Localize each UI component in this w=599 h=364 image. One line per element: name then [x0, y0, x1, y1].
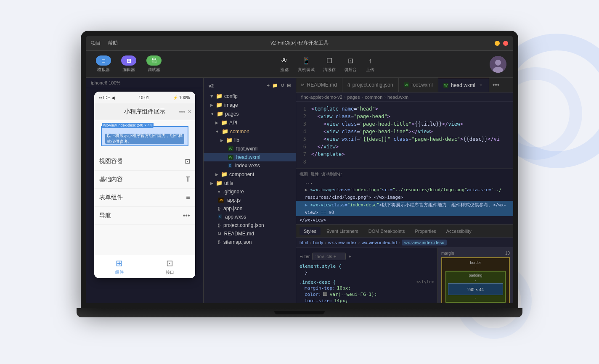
tree-folder-api[interactable]: ▶ 📁 API [204, 118, 296, 127]
tree-file-app-wxss[interactable]: S app.wxss [204, 213, 296, 221]
phone-status-bar: ▪▪ IDE ◀ 10:01 ⚡ 100% [94, 92, 195, 103]
box-model-padding-row: - [448, 278, 503, 282]
upload-action[interactable]: ↑ 上传 [365, 56, 375, 73]
preview-action[interactable]: 👁 预览 [279, 56, 289, 73]
line-num-8: 8 [296, 158, 311, 166]
chevron-icon: ▶ [215, 121, 218, 125]
file-tree-root: v2 [209, 83, 214, 88]
tree-file-index-wxss[interactable]: S index.wxss [204, 161, 296, 170]
padding-bottom-val: - [475, 296, 476, 300]
pill-sep-4: › [398, 240, 400, 245]
code-line-2: 2 <view class="page-head"> [296, 113, 513, 120]
new-file-icon[interactable]: + [267, 83, 270, 88]
tree-file-foot-wxml[interactable]: W foot.wxml [204, 145, 296, 153]
margin-value: 10 [505, 251, 510, 256]
prop-name-fontsize: font-size: [305, 298, 332, 303]
simulate-button[interactable]: □ 模拟器 [93, 54, 114, 74]
upload-icon: ↑ [365, 56, 375, 66]
user-avatar[interactable] [490, 56, 506, 73]
tree-file-app-js[interactable]: JS app.js [204, 196, 296, 204]
nav-section-icon: ••• [183, 212, 190, 219]
element-pill-body[interactable]: body [313, 240, 323, 245]
code-editor[interactable]: 1 <template name="head"> 2 <view class="… [296, 102, 513, 169]
tree-folder-lib[interactable]: ▶ 📁 lib [204, 136, 296, 145]
clearcache-label: 清缓存 [323, 67, 336, 73]
phone-nav-api[interactable]: ⊡ 接口 [145, 255, 195, 278]
tab-foot-wxml[interactable]: W foot.wxml [399, 78, 438, 92]
realtest-action[interactable]: 📱 真机调试 [298, 56, 315, 73]
line-content-7: </template> [311, 150, 513, 158]
phone-section-nav-title: 导航 ••• [99, 212, 190, 219]
tab-project-config[interactable]: {} project.config.json [342, 78, 399, 92]
tree-file-app-json[interactable]: {} app.json [204, 204, 296, 213]
debug-button[interactable]: 出 调试器 [143, 54, 165, 74]
phone-close-icon[interactable]: × [188, 108, 191, 116]
new-folder-icon[interactable]: 📁 [272, 83, 278, 88]
tab-readme[interactable]: M README.md [296, 78, 342, 92]
tree-file-sitemap[interactable]: {} sitemap.json [204, 238, 296, 246]
element-pill-wxview-index[interactable]: wx-view.index [328, 240, 357, 245]
collapse-icon[interactable]: ⊟ [287, 83, 291, 88]
tree-file-gitignore[interactable]: ● .gitignore [204, 187, 296, 196]
box-model-header: margin 10 [441, 251, 510, 256]
accessibility-tab[interactable]: Accessibility [442, 227, 476, 235]
padding-val: - [475, 278, 476, 282]
phone-more-icon[interactable]: ••• [179, 108, 185, 115]
element-pill-wxview-hd[interactable]: wx-view.index-hd [362, 240, 397, 245]
element-pill-wxview-desc[interactable]: wx-view.index-desc [402, 240, 447, 245]
event-listeners-tab[interactable]: Event Listeners [322, 227, 363, 235]
index-desc-section: .index-desc { <style> margin-top: 10px; … [296, 278, 437, 303]
properties-tab[interactable]: Properties [411, 227, 440, 235]
menu-item-help[interactable]: 帮助 [108, 40, 118, 47]
preview-label: 预览 [280, 67, 289, 73]
phone-section-form[interactable]: 表单组件 ≡ [94, 189, 195, 207]
line-content-1: <template name="head"> [311, 105, 513, 113]
phone-content: wx-view.index-desc 240 × 44 以下将展示小程序官方组件… [94, 120, 195, 255]
clearcache-action[interactable]: ☐ 清缓存 [323, 56, 336, 73]
view-section-icon: ⊡ [185, 157, 190, 165]
phone-nav-component[interactable]: ⊞ 组件 [94, 255, 145, 278]
tree-item-label: README.md [224, 231, 254, 237]
styles-section: Filter + element.style { } [296, 248, 437, 303]
dom-breakpoints-tab[interactable]: DOM Breakpoints [364, 227, 409, 235]
element-style-close: } [300, 269, 434, 276]
cutlog-action[interactable]: ⊡ 切后台 [344, 56, 357, 73]
status-signal: ▪▪ IDE ◀ [99, 95, 115, 100]
tab-head-wxml[interactable]: W head.wxml × [438, 78, 489, 92]
scale-value: 100% [109, 80, 120, 85]
line-content-3: <view class="page-head-title">{{title}}<… [311, 120, 513, 128]
phone-section-basic[interactable]: 基础内容 T [94, 171, 195, 189]
refresh-icon[interactable]: ↺ [281, 83, 284, 88]
tree-file-project-config[interactable]: {} project.config.json [204, 221, 296, 229]
tab-json-icon: {} [347, 83, 350, 87]
tree-folder-utils[interactable]: ▶ 📁 utils [204, 179, 296, 187]
breadcrumb-4: head.wxml [387, 95, 410, 100]
phone-section-nav[interactable]: 导航 ••• [94, 207, 195, 225]
tree-folder-common[interactable]: ▼ 📁 common [204, 127, 296, 136]
tab-close-button[interactable]: × [478, 82, 484, 88]
editor-button[interactable]: ⊞ 编辑器 [118, 54, 140, 74]
screen: 项目 帮助 v2-FinClip小程序开发工具 □ 模拟器 ⊞ [86, 36, 513, 303]
tab-more-button[interactable]: ••• [489, 78, 503, 92]
line-content-5: <view wx:if="{{desc}}" class="page-head-… [311, 135, 513, 143]
menu-item-project[interactable]: 项目 [91, 40, 101, 47]
wxss-icon2: S [218, 214, 222, 219]
tree-folder-component[interactable]: ▶ 📁 component [204, 170, 296, 179]
tree-file-head-wxml[interactable]: W head.wxml [204, 153, 296, 161]
styles-filter-input[interactable] [312, 253, 346, 260]
index-desc-header: .index-desc { <style> [300, 280, 434, 285]
tree-folder-image[interactable]: ▶ 📁 image [204, 100, 296, 109]
phone-section-view[interactable]: 视图容器 ⊡ [94, 152, 195, 171]
tree-file-readme[interactable]: M README.md [204, 229, 296, 238]
tree-folder-pages[interactable]: ▼ 📁 pages [204, 109, 296, 118]
minimize-button[interactable] [495, 41, 500, 46]
close-button[interactable] [503, 41, 508, 46]
tree-folder-config[interactable]: ▶ 📁 config [204, 92, 296, 100]
styles-tab[interactable]: Styles [300, 227, 321, 235]
line-content-2: <view class="page-head"> [311, 113, 513, 120]
element-pill-html[interactable]: html [300, 240, 308, 245]
style-prop-color: color: var(--weui-FG-1); [300, 291, 434, 298]
code-content[interactable]: 1 <template name="head"> 2 <view class="… [296, 102, 513, 169]
component-nav-label: 组件 [115, 269, 124, 275]
box-model-border: padding - 240 × 44 - [445, 271, 506, 303]
